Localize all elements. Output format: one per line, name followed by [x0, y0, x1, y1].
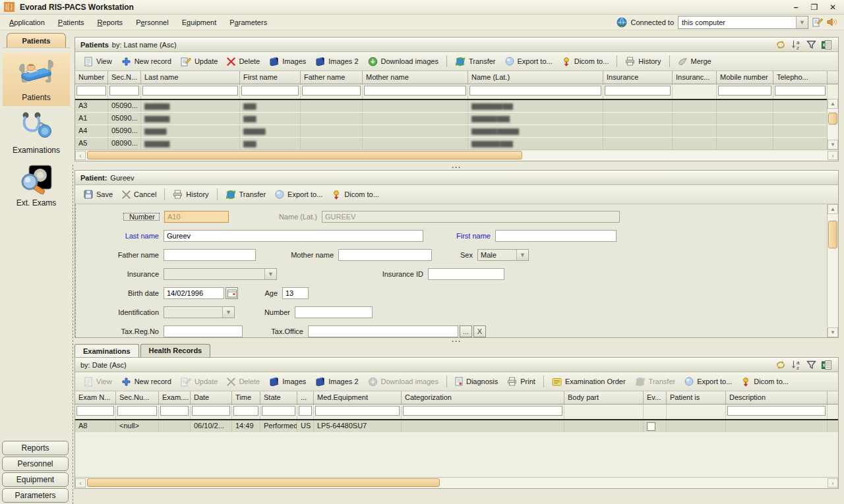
column-header-last-name[interactable]: Last name	[141, 71, 240, 84]
scroll-right-icon[interactable]: ›	[828, 151, 838, 160]
menu-patients[interactable]: Patients	[51, 16, 91, 29]
sidebar-item-examinations[interactable]: Examinations	[3, 106, 70, 159]
new-record-button[interactable]: New record	[117, 55, 176, 69]
filter-input-insurance[interactable]	[605, 86, 671, 96]
scroll-left-icon[interactable]: ‹	[75, 151, 86, 160]
scroll-track[interactable]	[828, 214, 837, 327]
transfer-button[interactable]: Transfer	[630, 375, 680, 389]
close-button[interactable]: ✕	[828, 3, 837, 12]
column-header-ev[interactable]: Ev...	[644, 391, 667, 405]
column-header-insuranc[interactable]: Insuranc...	[673, 71, 717, 84]
excel-icon[interactable]	[822, 360, 831, 370]
menu-equipment[interactable]: Equipment	[175, 16, 224, 29]
column-header-mobile-number[interactable]: Mobile number	[717, 71, 773, 84]
filter-input-exam[interactable]	[160, 406, 189, 416]
sidebar-item-patients[interactable]: Patients	[3, 53, 70, 106]
new-record-button[interactable]: New record	[117, 375, 176, 389]
filter-input-name-lat[interactable]	[469, 86, 601, 96]
filter-input-[interactable]	[299, 406, 312, 416]
menu-personnel[interactable]: Personnel	[129, 16, 175, 29]
calendar-icon[interactable]	[226, 287, 238, 299]
scroll-up-icon[interactable]: ▲	[828, 99, 838, 109]
dicom-to-button[interactable]: Dicom to...	[737, 375, 793, 389]
tab-health-records[interactable]: Health Records	[140, 344, 211, 357]
column-header-patient-is[interactable]: Patient is	[667, 391, 726, 405]
table-row[interactable]: A8<null>06/10/2...14:49PerformedUSLP5-64…	[75, 419, 838, 433]
history-button[interactable]: History	[620, 55, 665, 68]
scroll-track[interactable]	[86, 478, 828, 488]
insurance-id-field[interactable]	[428, 268, 504, 280]
filter-input-sec-n[interactable]	[109, 86, 139, 96]
transfer-button[interactable]: Transfer	[450, 55, 500, 69]
filter-input-date[interactable]	[192, 406, 230, 416]
chevron-down-icon[interactable]: ▼	[222, 307, 234, 318]
last-name-field[interactable]	[164, 230, 423, 242]
column-header-sec-nu[interactable]: Sec.Nu...	[116, 391, 159, 405]
sidebar-button-reports[interactable]: Reports	[2, 441, 69, 455]
view-button[interactable]: View	[79, 375, 117, 389]
export-to-button[interactable]: Export to...	[500, 55, 557, 68]
column-header-name-lat[interactable]: Name (Lat.)	[468, 71, 603, 84]
download-images-button[interactable]: Download images	[363, 375, 443, 389]
filter-input-telepho[interactable]	[775, 86, 826, 96]
scroll-thumb[interactable]	[828, 113, 837, 125]
column-header-sec-n[interactable]: Sec.N...	[108, 71, 141, 84]
first-name-field[interactable]	[495, 230, 617, 242]
refresh-icon[interactable]	[775, 40, 786, 49]
filter-input-med-equipment[interactable]	[315, 406, 400, 416]
chevron-down-icon[interactable]: ▼	[516, 250, 528, 260]
scroll-right-icon[interactable]: ›	[828, 478, 838, 488]
column-header-time[interactable]: Time	[232, 391, 260, 405]
sidebar-button-personnel[interactable]: Personnel	[2, 457, 69, 471]
filter-input-number[interactable]	[76, 86, 106, 96]
splitter-handle[interactable]: ...	[75, 162, 839, 169]
cancel-button[interactable]: Cancel	[117, 188, 161, 201]
refresh-icon[interactable]	[775, 360, 786, 370]
filter-input-mobile-number[interactable]	[718, 86, 771, 96]
save-button[interactable]: Save	[79, 188, 117, 201]
menu-application[interactable]: Application	[3, 16, 51, 29]
filter-input-sec-nu[interactable]	[117, 406, 157, 416]
column-header-state[interactable]: State	[260, 391, 297, 405]
update-button[interactable]: Update	[176, 55, 222, 69]
column-header-exam[interactable]: Exam....	[159, 391, 191, 405]
name-lat-field[interactable]	[322, 211, 620, 223]
sort-az-icon[interactable]: az	[791, 40, 801, 49]
table-row[interactable]: A508090...█████████████████████ ████	[75, 138, 838, 150]
scroll-left-icon[interactable]: ‹	[75, 478, 86, 488]
update-button[interactable]: Update	[176, 375, 222, 389]
identification-select[interactable]: ▼	[164, 306, 235, 318]
view-button[interactable]: View	[79, 55, 117, 69]
insurance-select[interactable]: ▼	[164, 268, 277, 280]
column-header-mother-name[interactable]: Mother name	[363, 71, 468, 84]
column-header-insurance[interactable]: Insurance	[603, 71, 673, 84]
column-header-description[interactable]: Description	[726, 391, 828, 405]
dicom-to-button[interactable]: Dicom to...	[327, 188, 384, 202]
menu-parameters[interactable]: Parameters	[223, 16, 274, 29]
chevron-down-icon[interactable]: ▼	[796, 16, 808, 28]
sidebar-button-parameters[interactable]: Parameters	[2, 488, 69, 503]
id-number-field[interactable]	[295, 306, 373, 318]
scroll-track[interactable]	[828, 109, 837, 140]
examination-order-button[interactable]: Examination Order	[547, 376, 630, 388]
sidebar-button-equipment[interactable]: Equipment	[2, 472, 69, 487]
column-header-[interactable]: ...	[297, 391, 314, 405]
excel-icon[interactable]	[822, 40, 831, 49]
images-2-button[interactable]: Images 2	[311, 55, 363, 68]
filter-input-categorization[interactable]	[403, 406, 562, 416]
column-header-father-name[interactable]: Father name	[301, 71, 363, 84]
scroll-up-icon[interactable]: ▲	[828, 204, 838, 214]
filter-input-last-name[interactable]	[142, 86, 238, 96]
filter-input-exam-n[interactable]	[76, 406, 114, 416]
age-field[interactable]	[282, 287, 309, 299]
transfer-button[interactable]: Transfer	[221, 188, 271, 202]
filter-icon[interactable]	[806, 40, 816, 49]
column-header-telepho[interactable]: Telepho...	[773, 71, 828, 84]
diagnosis-button[interactable]: Diagnosis	[450, 375, 502, 388]
restore-button[interactable]: ❐	[810, 3, 819, 12]
column-header-first-name[interactable]: First name	[240, 71, 301, 84]
scroll-thumb[interactable]	[87, 151, 522, 159]
filter-input-description[interactable]	[727, 406, 826, 416]
table-row[interactable]: A105090...████████████████████ ████	[75, 113, 838, 125]
filter-input-first-name[interactable]	[241, 86, 299, 96]
